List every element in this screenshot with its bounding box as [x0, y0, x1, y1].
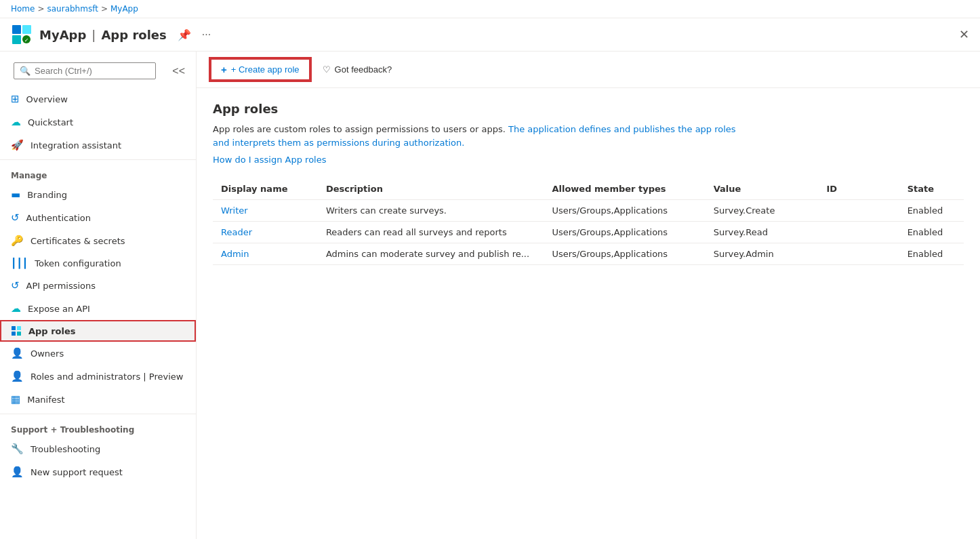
collapse-sidebar-button[interactable]: << [167, 62, 190, 80]
role-display-name-link[interactable]: Writer [221, 205, 248, 216]
sidebar-item-expose-api[interactable]: ☁ Expose an API [0, 297, 196, 320]
integration-icon: 🚀 [11, 139, 24, 151]
svg-text:✓: ✓ [24, 37, 29, 43]
breadcrumb-sep-1: > [37, 4, 44, 14]
branding-icon: ▬ [11, 188, 20, 201]
sidebar-item-troubleshooting[interactable]: 🔧 Troubleshooting [0, 437, 196, 460]
col-description: Description [318, 178, 544, 200]
role-id [819, 200, 899, 222]
breadcrumb-sep-2: > [101, 4, 108, 14]
svg-rect-0 [12, 25, 21, 34]
sidebar-item-authentication[interactable]: ↺ Authentication [0, 206, 196, 229]
authentication-icon: ↺ [11, 212, 20, 224]
page-title: App roles [213, 102, 964, 116]
support-section-label: Support + Troubleshooting [0, 417, 196, 437]
sidebar-item-overview[interactable]: ⊞ Overview [0, 87, 196, 111]
close-button[interactable]: ✕ [959, 27, 969, 42]
svg-rect-7 [12, 332, 16, 336]
app-roles-table: Display name Description Allowed member … [213, 178, 964, 265]
role-member-types: Users/Groups,Applications [544, 243, 705, 265]
page-description: App roles are custom roles to assign per… [213, 123, 741, 149]
role-id [819, 243, 899, 265]
svg-rect-2 [12, 35, 21, 44]
sidebar-item-api-permissions[interactable]: ↺ API permissions [0, 274, 196, 297]
sidebar-item-new-support[interactable]: 👤 New support request [0, 460, 196, 483]
role-state: Enabled [899, 243, 964, 265]
quickstart-icon: ☁ [11, 116, 21, 128]
role-state: Enabled [899, 200, 964, 222]
table-row: Reader Readers can read all surveys and … [213, 222, 964, 243]
role-description: Readers can read all surveys and reports [318, 222, 544, 243]
search-input[interactable] [35, 66, 150, 76]
sidebar-item-certificates[interactable]: 🔑 Certificates & secrets [0, 229, 196, 252]
manifest-icon: ▦ [11, 393, 20, 405]
title-divider: | [91, 28, 96, 42]
role-description: Admins can moderate survey and publish r… [318, 243, 544, 265]
breadcrumb-home[interactable]: Home [11, 4, 35, 14]
role-value: Survey.Admin [706, 243, 819, 265]
token-icon: ┃┃┃ [11, 258, 28, 268]
create-app-role-button[interactable]: + + Create app role [210, 58, 310, 81]
col-id: ID [819, 178, 899, 200]
expose-api-icon: ☁ [11, 302, 21, 315]
api-permissions-icon: ↺ [11, 279, 20, 292]
role-id [819, 222, 899, 243]
col-member-types: Allowed member types [544, 178, 705, 200]
sidebar-item-quickstart[interactable]: ☁ Quickstart [0, 111, 196, 134]
create-plus-icon: + [221, 64, 227, 75]
role-member-types: Users/Groups,Applications [544, 222, 705, 243]
sidebar-item-app-roles[interactable]: App roles [0, 320, 196, 342]
certificates-icon: 🔑 [11, 235, 24, 247]
svg-rect-1 [22, 25, 31, 34]
owners-icon: 👤 [11, 347, 24, 359]
role-value: Survey.Create [706, 200, 819, 222]
sidebar-item-owners[interactable]: 👤 Owners [0, 342, 196, 365]
more-button[interactable]: ··· [199, 26, 213, 43]
pin-button[interactable]: 📌 [175, 26, 194, 44]
manage-section-label: Manage [0, 163, 196, 183]
role-display-name-link[interactable]: Admin [221, 249, 249, 259]
overview-icon: ⊞ [11, 93, 20, 105]
new-support-icon: 👤 [11, 466, 24, 478]
app-name: MyApp [39, 28, 86, 42]
help-link[interactable]: How do I assign App roles [213, 155, 964, 165]
sidebar-item-manifest[interactable]: ▦ Manifest [0, 388, 196, 411]
svg-rect-6 [17, 326, 21, 330]
role-display-name-link[interactable]: Reader [221, 227, 252, 237]
feedback-button[interactable]: ♡ Got feedback? [313, 60, 402, 79]
app-icon: ✓ [11, 24, 33, 45]
sidebar-item-roles-admins[interactable]: 👤 Roles and administrators | Preview [0, 365, 196, 388]
svg-rect-8 [17, 332, 21, 336]
table-row: Admin Admins can moderate survey and pub… [213, 243, 964, 265]
col-display-name: Display name [213, 178, 318, 200]
role-member-types: Users/Groups,Applications [544, 200, 705, 222]
breadcrumb-myapp[interactable]: MyApp [110, 4, 138, 14]
role-state: Enabled [899, 222, 964, 243]
role-value: Survey.Read [706, 222, 819, 243]
breadcrumb-saurabhmsft[interactable]: saurabhmsft [47, 4, 98, 14]
feedback-heart-icon: ♡ [323, 64, 331, 75]
svg-rect-5 [12, 326, 16, 330]
app-roles-icon [11, 325, 22, 336]
page-title-header: App roles [101, 28, 166, 42]
col-value: Value [706, 178, 819, 200]
table-row: Writer Writers can create surveys. Users… [213, 200, 964, 222]
sidebar-item-branding[interactable]: ▬ Branding [0, 183, 196, 206]
troubleshooting-icon: 🔧 [11, 443, 24, 455]
sidebar-item-token[interactable]: ┃┃┃ Token configuration [0, 252, 196, 274]
col-state: State [899, 178, 964, 200]
search-icon: 🔍 [20, 66, 30, 76]
sidebar-item-integration[interactable]: 🚀 Integration assistant [0, 134, 196, 157]
role-description: Writers can create surveys. [318, 200, 544, 222]
roles-admins-icon: 👤 [11, 370, 24, 382]
